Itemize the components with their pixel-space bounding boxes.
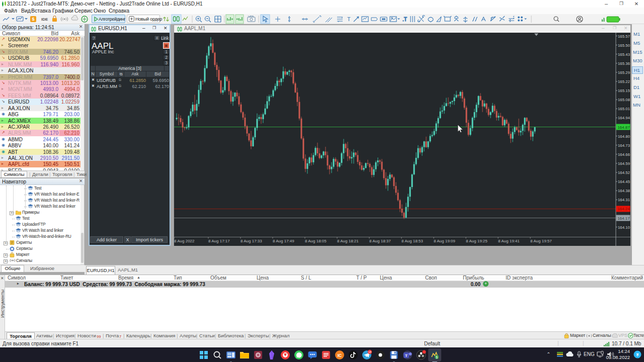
- svg-text:165.01: 165.01: [618, 107, 630, 111]
- svg-text:8 Aug 17:17: 8 Aug 17:17: [208, 239, 230, 243]
- svg-text:164.80: 164.80: [618, 134, 630, 139]
- svg-text:165.36: 165.36: [618, 61, 630, 66]
- svg-text:IDE: IDE: [41, 17, 48, 22]
- svg-text:8 Aug 18:37: 8 Aug 18:37: [369, 239, 391, 243]
- svg-text:164.10: 164.10: [618, 225, 630, 230]
- svg-text:164.59: 164.59: [618, 161, 630, 166]
- svg-text:8 Aug 19:09: 8 Aug 19:09: [434, 239, 455, 243]
- svg-text:8 Aug 2022: 8 Aug 2022: [174, 239, 195, 243]
- svg-text:164.24: 164.24: [618, 207, 630, 211]
- svg-text:IC: IC: [338, 353, 342, 358]
- svg-text:164.73: 164.73: [618, 143, 630, 148]
- svg-text:T: T: [405, 353, 408, 358]
- svg-text:164.52: 164.52: [618, 170, 630, 175]
- svg-text:.T: .T: [403, 17, 407, 22]
- svg-text:18: 18: [368, 350, 371, 353]
- svg-text:$: $: [436, 355, 438, 359]
- svg-text:164.17: 164.17: [618, 216, 630, 221]
- svg-text:165.29: 165.29: [618, 70, 630, 75]
- svg-text:164.31: 164.31: [618, 198, 630, 202]
- svg-text:8 Aug 18:53: 8 Aug 18:53: [401, 239, 423, 243]
- svg-text:8 Aug 17:49: 8 Aug 17:49: [273, 239, 294, 243]
- svg-text:164.66: 164.66: [618, 152, 630, 157]
- svg-text:164.87: 164.87: [618, 125, 630, 130]
- svg-text:164.45: 164.45: [618, 179, 630, 184]
- svg-text:8 Aug 17:33: 8 Aug 17:33: [240, 239, 262, 243]
- svg-text:165.50: 165.50: [618, 43, 630, 48]
- svg-text:165.22: 165.22: [618, 79, 630, 84]
- svg-text:8 Aug 19:25: 8 Aug 19:25: [466, 239, 488, 243]
- svg-text:T: T: [347, 16, 351, 22]
- svg-text:8 Aug 18:21: 8 Aug 18:21: [337, 239, 359, 243]
- svg-text:$: $: [32, 17, 34, 22]
- svg-text:165.43: 165.43: [618, 52, 630, 57]
- svg-text:165.08: 165.08: [618, 98, 630, 102]
- svg-text:8 Aug 18:05: 8 Aug 18:05: [305, 239, 327, 243]
- svg-text:164.38: 164.38: [618, 189, 630, 193]
- svg-text:165.57: 165.57: [618, 34, 630, 39]
- svg-text:8 Aug 19:41: 8 Aug 19:41: [498, 239, 520, 243]
- svg-text:164.94: 164.94: [618, 116, 630, 120]
- svg-text:165.15: 165.15: [618, 88, 630, 93]
- svg-text:8 Aug 19:57: 8 Aug 19:57: [530, 239, 552, 243]
